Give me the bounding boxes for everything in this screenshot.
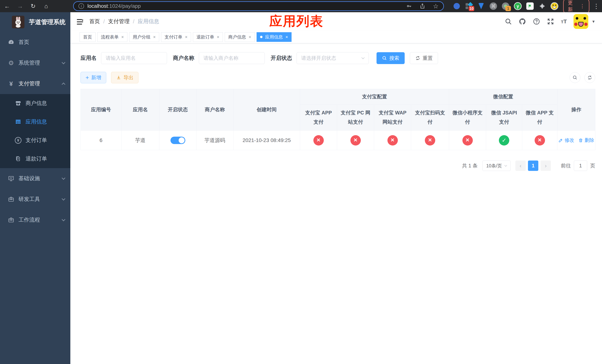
table-search-toggle-button[interactable] (570, 72, 580, 83)
tab-merchant-info[interactable]: 商户信息× (225, 32, 255, 42)
col-header-alipay-qr: 支付宝扫码支付 (411, 105, 449, 130)
tab-process-form[interactable]: 流程表单× (97, 32, 127, 42)
extensions-area: 10 ⌘ 1 y (453, 2, 558, 10)
refresh-icon (587, 75, 592, 80)
current-page-button[interactable]: 1 (528, 161, 538, 171)
tab-payment-order[interactable]: 支付订单× (161, 32, 191, 42)
wx-app-status-icon (535, 135, 545, 146)
sidebar-item-merchant-info[interactable]: 商户信息 (0, 94, 70, 113)
browser-forward-button[interactable]: → (16, 3, 24, 10)
sidebar-item-infrastructure[interactable]: 基础设施 (0, 168, 70, 189)
next-page-button[interactable]: › (540, 161, 551, 171)
extensions-puzzle-icon[interactable] (538, 2, 546, 10)
plus-icon: + (86, 75, 89, 81)
status-switch[interactable] (171, 137, 185, 144)
table-refresh-button[interactable] (584, 72, 595, 83)
sidebar: 芋道管理系统 首页 ⚙ 系统管理 ¥ 支付管理 商户信息 (0, 12, 70, 364)
share-icon[interactable] (420, 3, 425, 9)
wx-jsapi-status-icon (499, 135, 509, 146)
tab-app-info[interactable]: 应用信息× (257, 32, 291, 42)
command-extension-icon[interactable]: ⌘ (489, 2, 497, 10)
recorder-extension-icon[interactable]: 1 (502, 2, 509, 10)
sidebar-item-workflow[interactable]: 工作流程 (0, 210, 70, 230)
hamburger-button[interactable] (76, 18, 84, 25)
navbar-search-icon[interactable] (505, 18, 512, 25)
close-icon[interactable]: × (121, 34, 124, 40)
flag-extension-icon[interactable] (526, 2, 534, 10)
page-size-select[interactable]: 10条/页 (483, 161, 511, 171)
chevron-down-icon (362, 56, 365, 59)
site-info-icon[interactable]: i (78, 3, 84, 9)
close-icon[interactable]: × (249, 34, 251, 40)
breadcrumb-payment[interactable]: 支付管理 (108, 18, 129, 25)
refresh-icon (415, 55, 420, 61)
sidebar-item-devtools[interactable]: 研发工具 (0, 189, 70, 210)
active-tab-dot-icon (260, 36, 262, 38)
grid-icon (14, 118, 22, 126)
edit-link[interactable]: 修改 (558, 137, 574, 143)
browser-home-button[interactable]: ⌂ (42, 3, 51, 10)
app-name-label: 应用名 (81, 54, 97, 62)
col-header-alipay-wap: 支付宝 WAP 网站支付 (374, 105, 411, 130)
tab-refund-order[interactable]: 退款订单× (193, 32, 223, 42)
browser-back-button[interactable]: ← (3, 3, 11, 10)
key-icon[interactable] (406, 3, 412, 9)
sidebar-item-system[interactable]: ⚙ 系统管理 (0, 53, 70, 73)
sidebar-item-home[interactable]: 首页 (0, 32, 70, 53)
add-button[interactable]: + 新增 (81, 72, 106, 83)
status-select[interactable]: 请选择开启状态 (297, 52, 369, 64)
app-title: 芋道管理系统 (29, 18, 65, 26)
reset-button[interactable]: 重置 (410, 52, 438, 64)
goto-page-input[interactable] (574, 161, 587, 171)
avatar-caret-icon[interactable]: ▾ (592, 19, 595, 24)
close-icon[interactable]: × (217, 34, 219, 40)
table-toolbar: + 新增 导出 (81, 72, 595, 83)
browser-reload-button[interactable]: ↻ (29, 3, 38, 10)
tabs-extension-icon[interactable]: 10 (465, 2, 473, 10)
col-header-wx-jsapi: 微信 JSAPI 支付 (486, 105, 522, 130)
yen-icon: ¥ (7, 80, 15, 87)
breadcrumb-home[interactable]: 首页 (89, 18, 100, 25)
close-icon[interactable]: × (185, 34, 188, 40)
tab-user-group[interactable]: 用户分组× (129, 32, 159, 42)
tabs-bar: 首页 流程表单× 用户分组× 支付订单× 退款订单× 商户信息× 应用信息× (70, 31, 602, 43)
delete-link[interactable]: 删除 (578, 137, 594, 143)
prev-page-button[interactable]: ‹ (515, 161, 526, 171)
extension-icon[interactable] (453, 2, 461, 10)
chevron-down-icon (62, 61, 65, 64)
data-table: 应用编号 应用名 开启状态 商户名称 创建时间 支付宝配置 微信配置 操作 支付… (81, 89, 595, 150)
monitor-icon (7, 175, 15, 182)
export-button[interactable]: 导出 (111, 72, 139, 83)
extension-badge: 10 (469, 6, 474, 11)
kite-extension-icon[interactable] (477, 2, 485, 10)
app-name-input[interactable] (101, 52, 167, 64)
breadcrumb-current: 应用信息 (138, 18, 159, 25)
search-button[interactable]: 搜索 (376, 52, 405, 64)
app-logo-row[interactable]: 芋道管理系统 (0, 12, 70, 32)
font-size-icon[interactable]: TT (561, 18, 567, 25)
alipay-pc-status-icon (350, 135, 361, 146)
col-header-merchant: 商户名称 (196, 89, 233, 130)
close-icon[interactable]: × (285, 34, 288, 40)
sidebar-item-app-info[interactable]: 应用信息 (0, 113, 70, 131)
address-bar[interactable]: i localhost :1024/pay/app ☆ (73, 1, 444, 11)
cell-created: 2021-10-23 08:49:25 (233, 130, 300, 150)
merchant-name-input[interactable] (199, 52, 265, 64)
user-avatar[interactable] (573, 14, 588, 29)
tab-home[interactable]: 首页 (80, 32, 96, 42)
browser-menu-button[interactable]: ⋮ (593, 2, 599, 10)
sidebar-item-refund-order[interactable]: 退款订单 (0, 150, 70, 168)
sidebar-item-payment[interactable]: ¥ 支付管理 (0, 73, 70, 94)
bookmark-star-icon[interactable]: ☆ (433, 2, 439, 10)
green-v-extension-icon[interactable]: y (514, 2, 522, 10)
profile-avatar[interactable] (550, 2, 558, 10)
github-icon[interactable] (519, 18, 526, 25)
app-logo (12, 16, 24, 28)
navbar: 首页 / 支付管理 / 应用信息 应用列表 TT ▾ (70, 12, 602, 31)
sidebar-item-payment-order[interactable]: ¥ 支付订单 (0, 131, 70, 150)
fullscreen-icon[interactable] (547, 18, 554, 25)
filter-form: 应用名 商户名称 开启状态 请选择开启状态 搜索 重置 (81, 52, 595, 64)
help-icon[interactable] (533, 18, 540, 25)
close-icon[interactable]: × (153, 34, 156, 40)
trash-icon (578, 138, 583, 143)
